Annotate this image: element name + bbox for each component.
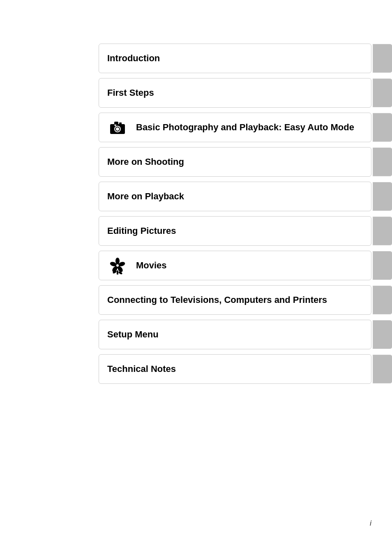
svg-point-3 [116, 127, 119, 131]
movie-icon [107, 256, 128, 275]
toc-item-basic-photography[interactable]: Basic Photography and Playback: Easy Aut… [99, 113, 371, 142]
toc-label-connecting: Connecting to Televisions, Computers and… [107, 294, 327, 306]
toc-tab-technical-notes [373, 355, 392, 383]
svg-rect-13 [117, 270, 118, 275]
toc-label-basic-photography: Basic Photography and Playback: Easy Aut… [136, 122, 354, 134]
toc-item-connecting[interactable]: Connecting to Televisions, Computers and… [99, 285, 371, 315]
toc-item-movies[interactable]: Movies [99, 251, 371, 280]
camera-icon [107, 118, 128, 136]
toc-tab-movies [373, 251, 392, 280]
toc-item-more-playback[interactable]: More on Playback [99, 182, 371, 211]
toc-tab-connecting [373, 286, 392, 314]
toc-item-editing-pictures[interactable]: Editing Pictures [99, 216, 371, 246]
toc-label-editing-pictures: Editing Pictures [107, 225, 176, 237]
toc-tab-first-steps [373, 78, 392, 107]
toc-item-first-steps[interactable]: First Steps [99, 78, 371, 108]
toc-label-introduction: Introduction [107, 53, 160, 65]
toc-tab-more-shooting [373, 148, 392, 176]
toc-item-introduction[interactable]: Introduction [99, 44, 371, 73]
toc-tab-editing-pictures [373, 217, 392, 245]
toc-label-first-steps: First Steps [107, 87, 154, 99]
toc-label-technical-notes: Technical Notes [107, 363, 176, 375]
toc-item-technical-notes[interactable]: Technical Notes [99, 354, 371, 384]
svg-rect-5 [119, 122, 122, 125]
toc-tab-introduction [373, 44, 392, 73]
page-number: i [370, 519, 371, 528]
toc-item-more-shooting[interactable]: More on Shooting [99, 147, 371, 177]
table-of-contents: Introduction First Steps [0, 41, 392, 386]
page-container: Introduction First Steps [0, 0, 392, 411]
toc-label-movies: Movies [136, 260, 167, 272]
toc-label-more-shooting: More on Shooting [107, 156, 184, 168]
toc-label-setup-menu: Setup Menu [107, 329, 159, 341]
toc-tab-basic-photography [373, 113, 392, 142]
toc-tab-setup-menu [373, 320, 392, 349]
svg-point-12 [116, 264, 119, 267]
toc-label-more-playback: More on Playback [107, 191, 184, 203]
toc-item-setup-menu[interactable]: Setup Menu [99, 320, 371, 349]
toc-tab-more-playback [373, 182, 392, 211]
